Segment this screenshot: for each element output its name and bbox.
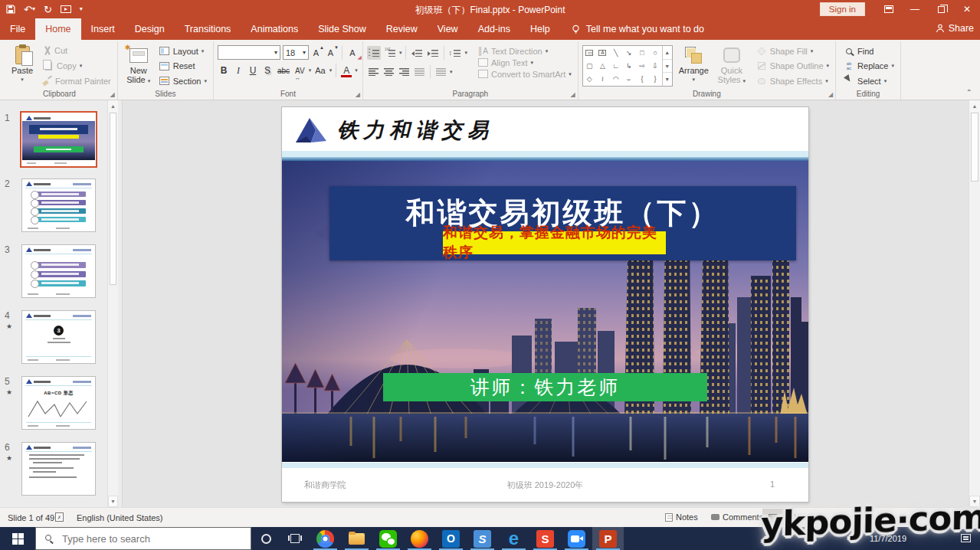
shape-down-arrow-icon[interactable]: ⇩ (649, 59, 662, 72)
tab-design[interactable]: Design (125, 18, 175, 40)
numbering-button[interactable] (383, 46, 397, 60)
paste-button[interactable]: Paste ▾ (5, 43, 39, 89)
shape-diamond-icon[interactable]: ◇ (583, 73, 596, 86)
slide-count-indicator[interactable]: Slide 1 of 49 (8, 513, 54, 522)
align-right-button[interactable] (398, 65, 411, 79)
tab-slideshow[interactable]: Slide Show (308, 18, 376, 40)
thumbnail-slide-3[interactable] (21, 244, 96, 298)
start-slideshow-icon[interactable] (61, 5, 71, 14)
bold-button[interactable]: B (218, 64, 230, 77)
font-size-select[interactable]: 18▾ (283, 45, 309, 60)
tab-view[interactable]: View (428, 18, 468, 40)
increase-indent-button[interactable] (426, 46, 440, 60)
section-button[interactable]: Section▾ (157, 75, 209, 87)
clipboard-dialog-launcher[interactable]: ◢ (110, 91, 115, 98)
collapse-ribbon-button[interactable]: ⌃ (966, 88, 972, 97)
select-button[interactable]: Select▾ (841, 75, 896, 87)
underline-button[interactable]: U (247, 64, 259, 77)
format-painter-button[interactable]: Format Painter (41, 76, 113, 87)
taskbar-sogou-blue[interactable]: S (467, 527, 498, 550)
find-button[interactable]: Find (841, 45, 896, 57)
change-case-button[interactable]: Aa (313, 64, 326, 77)
thumbnail-slide-1[interactable] (21, 113, 96, 166)
thumbnail-slide-4[interactable]: 3 (21, 310, 96, 364)
language-indicator[interactable]: English (United States) (77, 513, 163, 522)
convert-smartart-button[interactable]: Convert to SmartArt▾ (475, 68, 574, 80)
slide-canvas[interactable]: 铁力和谐交易 (282, 107, 808, 502)
thumbnail-scroll-thumb[interactable] (110, 113, 116, 285)
shape-elbow-icon[interactable]: ∟ (609, 59, 622, 72)
tab-home[interactable]: Home (35, 18, 80, 40)
taskbar-chrome[interactable] (310, 527, 341, 550)
sign-in-button[interactable]: Sign in (820, 2, 865, 16)
cortana-button[interactable] (251, 527, 280, 550)
shape-left-brace-icon[interactable]: { (635, 73, 648, 86)
taskbar-outlook[interactable]: O (435, 527, 467, 550)
shape-arc-icon[interactable]: ◠ (609, 73, 622, 86)
thumbnail-slide-6[interactable] (21, 442, 96, 496)
minimize-button[interactable]: — (902, 0, 928, 18)
shape-right-brace-icon[interactable]: } (649, 73, 662, 86)
share-button[interactable]: Share (936, 23, 974, 34)
shape-line-icon[interactable]: ╲ (609, 46, 622, 59)
layout-button[interactable]: Layout▾ (157, 45, 209, 57)
shape-outline-button[interactable]: Shape Outline▾ (754, 61, 831, 72)
spell-check-icon[interactable]: ✗ (55, 512, 64, 522)
italic-button[interactable]: I (232, 64, 244, 77)
restore-button[interactable] (928, 0, 954, 18)
comments-button[interactable]: Comments (711, 512, 763, 522)
shape-arrow-icon[interactable]: ↘ (622, 46, 635, 59)
columns-button[interactable] (434, 65, 447, 79)
thumbnail-slide-2[interactable] (21, 178, 96, 232)
text-direction-button[interactable]: ║AText Direction▾ (475, 45, 574, 57)
shapes-scroll-down[interactable]: ▼ (663, 59, 672, 73)
drawing-dialog-launcher[interactable]: ◢ (828, 91, 833, 98)
search-input[interactable] (36, 528, 251, 549)
shape-curve-icon[interactable]: ⌣ (622, 73, 635, 86)
slide-scrollbar[interactable]: ▲ ▼ (969, 100, 980, 507)
thumbnail-scrollbar[interactable]: ▲ ▼ (107, 100, 118, 507)
character-spacing-button[interactable]: AV↔ (293, 64, 306, 77)
start-button[interactable] (0, 527, 35, 550)
shape-wordart-icon[interactable]: A (596, 46, 609, 59)
align-center-button[interactable] (382, 65, 395, 79)
taskbar-search[interactable] (35, 527, 251, 550)
shape-rounded-rectangle-icon[interactable]: ▢ (583, 59, 596, 72)
font-name-select[interactable]: ▾ (218, 45, 280, 60)
new-slide-button[interactable]: New Slide ▾ (122, 43, 156, 89)
tab-help[interactable]: Help (520, 18, 560, 40)
tab-review[interactable]: Review (376, 18, 428, 40)
line-spacing-button[interactable] (448, 46, 462, 60)
replace-button[interactable]: abacReplace▾ (841, 61, 896, 72)
tab-insert[interactable]: Insert (81, 18, 125, 40)
bullets-button[interactable] (367, 46, 381, 60)
increase-font-size-button[interactable]: A▲ (311, 46, 323, 60)
tab-addins[interactable]: Add-ins (468, 18, 520, 40)
task-view-button[interactable] (280, 527, 310, 550)
slide-scroll-up[interactable]: ▲ (969, 100, 980, 112)
shapes-scroll-up[interactable]: ▲ (663, 46, 672, 59)
justify-button[interactable] (413, 65, 426, 79)
taskbar-powerpoint[interactable]: P (592, 527, 624, 550)
font-color-button[interactable]: A (340, 64, 352, 77)
copy-button[interactable]: Copy▾ (41, 61, 113, 72)
tab-file[interactable]: File (0, 18, 35, 40)
shape-right-arrow-icon[interactable]: ⇨ (635, 59, 648, 72)
tab-animations[interactable]: Animations (241, 18, 308, 40)
thumbnail-scroll-up[interactable]: ▲ (108, 100, 118, 112)
font-dialog-launcher[interactable]: ◢ (356, 91, 360, 98)
strikethrough-button[interactable]: abc (276, 64, 291, 77)
redo-icon[interactable]: ↻ (44, 5, 52, 15)
shapes-more-button[interactable]: ▼ (663, 72, 672, 86)
shape-oval-icon[interactable]: ○ (649, 46, 662, 59)
paragraph-dialog-launcher[interactable]: ◢ (571, 91, 575, 98)
align-left-button[interactable] (367, 65, 380, 79)
taskbar-firefox[interactable] (404, 527, 435, 550)
shape-triangle-icon[interactable]: △ (596, 59, 609, 72)
text-shadow-button[interactable]: S (261, 64, 274, 77)
shape-effects-button[interactable]: Shape Effects▾ (754, 75, 831, 87)
slide-scroll-thumb[interactable] (971, 113, 978, 182)
taskbar-file-explorer[interactable] (341, 527, 372, 550)
taskbar-wechat[interactable] (372, 527, 404, 550)
decrease-indent-button[interactable] (410, 46, 424, 60)
